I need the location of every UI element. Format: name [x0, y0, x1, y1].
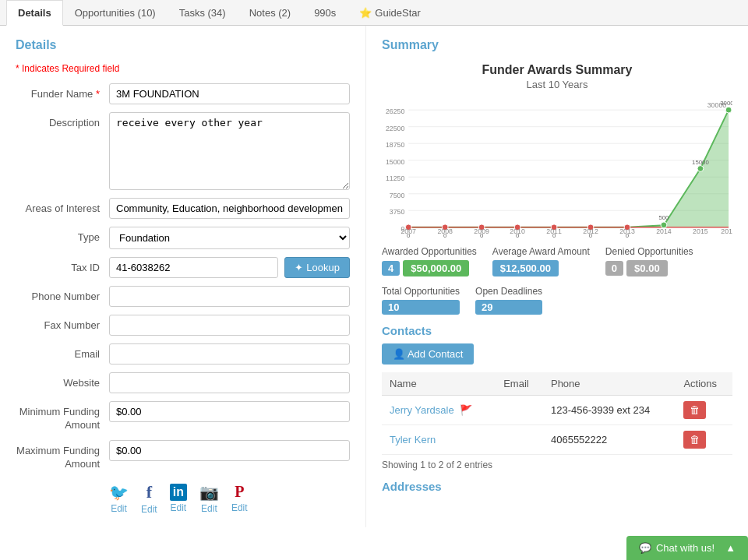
- fax-row: Fax Number: [16, 315, 350, 336]
- facebook-icon[interactable]: f: [146, 482, 152, 502]
- phone-input[interactable]: [109, 286, 350, 307]
- contact-name-cell: Jerry Yardsale 🚩: [382, 396, 496, 425]
- tax-id-input[interactable]: [109, 257, 278, 278]
- denied-amount: $0.00: [626, 260, 668, 276]
- tab-990s[interactable]: 990s: [302, 0, 348, 26]
- lookup-button[interactable]: ✦ Lookup: [284, 257, 350, 278]
- twitter-icon[interactable]: 🐦: [109, 483, 129, 502]
- pinterest-icon[interactable]: P: [235, 483, 244, 501]
- fax-input[interactable]: [109, 315, 350, 336]
- contact-phone-cell: 123-456-3939 ext 234: [543, 396, 676, 425]
- average-stat: Average Award Amount $12,500.00: [492, 246, 590, 276]
- areas-of-interest-input[interactable]: [109, 198, 350, 219]
- guidestar-icon: ⭐: [359, 7, 372, 19]
- table-header: Name Email Phone Actions: [382, 372, 732, 396]
- tab-opportunities[interactable]: Opportunities (10): [63, 0, 168, 26]
- delete-contact-button[interactable]: 🗑: [683, 431, 706, 449]
- description-input[interactable]: receive every other year: [109, 112, 350, 190]
- svg-text:2013: 2013: [619, 227, 635, 235]
- areas-of-interest-label: Areas of Interest: [16, 198, 109, 214]
- awarded-stat: Awarded Opportunities 4 $50,000.00: [382, 246, 477, 276]
- total-stat: Total Opportunities 10: [382, 286, 460, 315]
- addresses-title: Addresses: [382, 480, 732, 493]
- tab-details[interactable]: Details: [6, 0, 63, 26]
- svg-text:2008: 2008: [437, 227, 453, 235]
- svg-text:3750: 3750: [390, 208, 405, 216]
- average-amount: $12,500.00: [492, 260, 559, 276]
- chart-area: 0 3750 7500 11250 15000 18750 22500 2625…: [382, 98, 732, 238]
- facebook-edit[interactable]: Edit: [141, 504, 157, 515]
- tab-tasks[interactable]: Tasks (34): [168, 0, 238, 26]
- col-actions[interactable]: Actions: [676, 372, 732, 396]
- chart-subtitle: Last 10 Years: [382, 79, 732, 90]
- required-star: *: [16, 63, 19, 74]
- svg-text:22500: 22500: [386, 125, 405, 132]
- stats-row-2: Total Opportunities 10 Open Deadlines 29: [382, 286, 732, 315]
- summary-panel: Summary Funder Awards Summary Last 10 Ye…: [366, 26, 748, 527]
- summary-title: Summary: [382, 38, 732, 52]
- tab-bar: Details Opportunities (10) Tasks (34) No…: [0, 0, 748, 26]
- max-funding-row: Maximum Funding Amount: [16, 440, 350, 471]
- type-select[interactable]: Foundation: [109, 227, 350, 249]
- awards-chart: 0 3750 7500 11250 15000 18750 22500 2625…: [382, 98, 732, 238]
- table-row: Tyler Kern 4065552222 🗑: [382, 425, 732, 455]
- linkedin-edit[interactable]: Edit: [170, 502, 186, 513]
- description-label: Description: [16, 112, 109, 129]
- denied-label: Denied Opportunities: [605, 246, 693, 257]
- add-contact-icon: 👤: [393, 348, 405, 360]
- tab-notes[interactable]: Notes (2): [238, 0, 302, 26]
- table-row: Jerry Yardsale 🚩 123-456-3939 ext 234 🗑: [382, 396, 732, 425]
- linkedin-icon[interactable]: in: [170, 484, 187, 501]
- contact-actions-cell: 🗑: [676, 425, 732, 455]
- svg-text:7500: 7500: [390, 192, 405, 199]
- type-label: Type: [16, 227, 109, 243]
- instagram-edit[interactable]: Edit: [201, 503, 217, 514]
- funder-name-input[interactable]: [109, 83, 350, 104]
- phone-label: Phone Number: [16, 286, 109, 302]
- pinterest-social: P Edit: [231, 483, 248, 513]
- contact-actions-cell: 🗑: [676, 396, 732, 425]
- svg-text:2009: 2009: [474, 227, 489, 235]
- total-label: Total Opportunities: [382, 286, 460, 297]
- pinterest-edit[interactable]: Edit: [231, 502, 248, 513]
- email-input[interactable]: [109, 343, 350, 365]
- funder-name-label: Funder Name: [16, 83, 109, 100]
- awarded-label: Awarded Opportunities: [382, 246, 477, 257]
- col-email[interactable]: Email: [496, 372, 543, 396]
- contact-name-link[interactable]: Jerry Yardsale: [390, 404, 454, 416]
- fax-label: Fax Number: [16, 315, 109, 331]
- contact-name-cell: Tyler Kern: [382, 425, 496, 455]
- svg-text:500: 500: [658, 214, 669, 221]
- col-phone[interactable]: Phone: [543, 372, 676, 396]
- lookup-icon: ✦: [295, 262, 303, 273]
- delete-contact-button[interactable]: 🗑: [683, 401, 706, 419]
- website-label: Website: [16, 372, 109, 389]
- contact-phone-cell: 4065552222: [543, 425, 676, 455]
- facebook-social: f Edit: [141, 482, 157, 515]
- max-funding-input[interactable]: [109, 440, 350, 461]
- twitter-edit[interactable]: Edit: [111, 503, 127, 514]
- website-input[interactable]: [109, 372, 350, 393]
- svg-text:2014: 2014: [656, 227, 672, 235]
- svg-text:15000: 15000: [386, 158, 405, 166]
- col-name[interactable]: Name: [382, 372, 496, 396]
- max-funding-label: Maximum Funding Amount: [16, 440, 109, 471]
- min-funding-input[interactable]: [109, 401, 350, 422]
- add-contact-button[interactable]: 👤 Add Contact: [382, 343, 474, 365]
- contacts-table: Name Email Phone Actions Jerry Yardsale …: [382, 372, 732, 455]
- min-funding-label: Minimum Funding Amount: [16, 401, 109, 432]
- instagram-icon[interactable]: 📷: [199, 483, 219, 502]
- details-panel: Details * Indicates Required field Funde…: [0, 26, 366, 527]
- details-title: Details: [16, 38, 350, 52]
- phone-row: Phone Number: [16, 286, 350, 307]
- type-row: Type Foundation: [16, 227, 350, 249]
- tax-id-label: Tax ID: [16, 257, 109, 273]
- svg-text:2011: 2011: [546, 227, 562, 235]
- contact-name-link[interactable]: Tyler Kern: [390, 434, 436, 446]
- tab-guidestar[interactable]: ⭐ GuideStar: [348, 0, 432, 26]
- svg-text:15000: 15000: [692, 159, 709, 166]
- denied-count: 0: [605, 261, 623, 276]
- social-media-row: 🐦 Edit f Edit in Edit 📷 Edit P Edit: [16, 482, 350, 515]
- svg-text:2015: 2015: [693, 227, 708, 235]
- contact-email-cell: [496, 425, 543, 455]
